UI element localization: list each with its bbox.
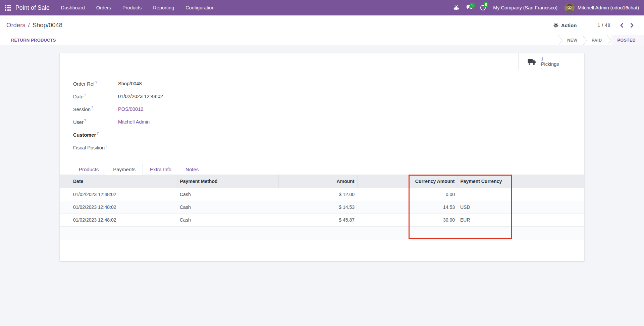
field-user: User? Mitchell Admin (73, 115, 584, 128)
cell-payment-method: Cash (177, 188, 278, 201)
order-ref-value: Shop/0048 (118, 81, 142, 86)
column-header-currency-amount[interactable]: Currency Amount (357, 175, 458, 188)
session-link[interactable]: POS/00012 (118, 106, 143, 112)
form-button-box: 1 Pickings (60, 53, 584, 70)
cell-currency-amount: 14.53 (357, 201, 458, 214)
tab-notes[interactable]: Notes (178, 164, 206, 175)
field-date: Date? 01/02/2023 12:48:02 (73, 90, 584, 103)
help-icon: ? (84, 119, 86, 123)
field-label: Date? (73, 93, 118, 99)
cell-payment-method: Cash (177, 214, 278, 226)
user-menu[interactable]: Mitchell Admin (odoo16chat) (565, 3, 639, 13)
cell-payment-method (177, 226, 278, 240)
content-area: 1 Pickings Order Ref? Shop/0048 Date? 01… (0, 45, 644, 326)
activities-menu-button[interactable]: 5 (480, 5, 486, 11)
cell-currency-amount: 30.00 (357, 214, 458, 226)
chevron-left-icon (620, 23, 624, 28)
field-label: User? (73, 119, 118, 125)
cell-date: 01/02/2023 12:48:02 (60, 201, 177, 214)
cell-date: 01/02/2023 12:48:02 (60, 214, 177, 226)
menu-configuration[interactable]: Configuration (185, 5, 214, 10)
systray: 5 5 My Company (San Francisco) (453, 3, 639, 13)
field-label: Order Ref? (73, 81, 118, 87)
column-header-filler (512, 175, 584, 188)
menu-products[interactable]: Products (122, 5, 142, 10)
company-switcher[interactable]: My Company (San Francisco) (493, 5, 557, 10)
cell-amount: $ 45.87 (278, 214, 357, 226)
field-customer: Customer? (73, 128, 584, 141)
field-label: Session? (73, 106, 118, 112)
tab-payments[interactable]: Payments (106, 164, 143, 175)
breadcrumb: Orders / Shop/0048 (6, 21, 62, 29)
table-row[interactable]: 01/02/2023 12:48:02 Cash $ 12.00 0.00 (60, 188, 584, 201)
statusbar-chevron-icon (558, 35, 562, 45)
form-fields: Order Ref? Shop/0048 Date? 01/02/2023 12… (60, 70, 584, 154)
statusbar: NEW PAID POSTED (558, 35, 644, 45)
user-link[interactable]: Mitchell Admin (118, 119, 150, 125)
control-panel-right: Action 1 / 48 (553, 22, 635, 29)
pickings-stat-button[interactable]: 1 Pickings (518, 53, 584, 70)
help-icon: ? (95, 81, 97, 84)
help-icon: ? (105, 144, 107, 148)
pickings-label: Pickings (541, 61, 559, 67)
column-header-payment-method[interactable]: Payment Method (177, 175, 278, 188)
cell-filler (512, 226, 584, 240)
pager-value: 1 / 48 (597, 22, 610, 28)
top-navbar: Point of Sale Dashboard Orders Products … (0, 0, 644, 15)
app-name: Point of Sale (15, 4, 50, 11)
cell-payment-currency: USD (458, 201, 512, 214)
cell-payment-currency (458, 188, 512, 201)
pickings-stat-texts: 1 Pickings (541, 56, 559, 67)
table-row[interactable]: 01/02/2023 12:48:02 Cash $ 45.87 30.00 E… (60, 214, 584, 226)
table-row[interactable]: 01/02/2023 12:48:02 Cash $ 14.53 14.53 U… (60, 201, 584, 214)
statusbar-chevron-icon (582, 35, 587, 45)
cell-date (60, 226, 177, 240)
column-header-date[interactable]: Date (60, 175, 177, 188)
order-form-card: 1 Pickings Order Ref? Shop/0048 Date? 01… (60, 53, 584, 261)
breadcrumb-orders-link[interactable]: Orders (6, 21, 25, 29)
cell-filler (512, 188, 584, 201)
cell-date: 01/02/2023 12:48:02 (60, 188, 177, 201)
tab-extra-info[interactable]: Extra Info (143, 164, 178, 175)
payments-table: Date Payment Method Amount Currency Amou… (60, 175, 584, 240)
apps-menu-button[interactable]: Point of Sale (5, 4, 50, 11)
statusbar-step-new[interactable]: NEW (562, 35, 582, 45)
column-header-amount[interactable]: Amount (278, 175, 357, 188)
user-name: Mitchell Admin (odoo16chat) (578, 5, 639, 10)
chevron-right-icon (630, 23, 634, 28)
menu-reporting[interactable]: Reporting (153, 5, 174, 10)
cell-payment-currency (458, 226, 512, 240)
messages-menu-button[interactable]: 5 (466, 5, 473, 11)
menu-dashboard[interactable]: Dashboard (61, 5, 85, 10)
debug-menu-button[interactable] (453, 5, 459, 11)
column-header-payment-currency[interactable]: Payment Currency (458, 175, 512, 188)
avatar (565, 3, 575, 13)
field-session: Session? POS/00012 (73, 103, 584, 115)
statusbar-step-paid[interactable]: PAID (587, 35, 607, 45)
activities-count-badge: 5 (484, 2, 488, 7)
cell-amount (278, 226, 357, 240)
menu-orders[interactable]: Orders (96, 5, 111, 10)
field-label: Fiscal Position? (73, 144, 118, 150)
cell-amount: $ 12.00 (278, 188, 357, 201)
cell-currency-amount: 0.00 (357, 188, 458, 201)
field-fiscal-position: Fiscal Position? (73, 141, 584, 154)
cell-currency-amount (357, 226, 458, 240)
messages-count-badge: 5 (470, 3, 475, 8)
tab-products[interactable]: Products (72, 164, 106, 175)
statusbar-chevron-icon (607, 35, 611, 45)
bug-icon (453, 5, 459, 11)
breadcrumb-current: Shop/0048 (33, 21, 63, 29)
pager-next-button[interactable] (629, 22, 635, 29)
statusbar-step-posted[interactable]: POSTED (611, 35, 644, 45)
table-header-row: Date Payment Method Amount Currency Amou… (60, 175, 584, 188)
form-statusbar-row: RETURN PRODUCTS NEW PAID POSTED (0, 35, 644, 45)
date-value: 01/02/2023 12:48:02 (118, 94, 163, 99)
table-row-empty[interactable] (60, 226, 584, 240)
notebook-tabs: Products Payments Extra Info Notes (60, 164, 584, 175)
action-menu-button[interactable]: Action (553, 22, 577, 28)
breadcrumb-separator: / (28, 21, 30, 29)
pager-previous-button[interactable] (619, 22, 625, 29)
return-products-button[interactable]: RETURN PRODUCTS (11, 38, 56, 43)
cell-payment-method: Cash (177, 201, 278, 214)
